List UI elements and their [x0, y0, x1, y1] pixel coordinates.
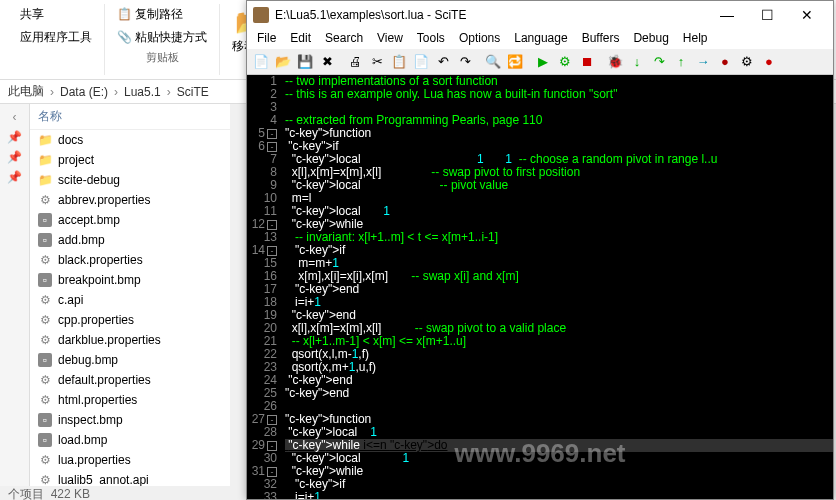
- copy-icon[interactable]: 📋: [389, 52, 409, 72]
- file-item[interactable]: ▫load.bmp: [30, 430, 230, 450]
- code-line[interactable]: "c-key">if f(x[i],t) "c-key">then: [285, 244, 833, 257]
- copy-path-button[interactable]: 📋 复制路径: [113, 4, 211, 25]
- nav-pin-icon[interactable]: 📌: [7, 150, 22, 164]
- stop-icon[interactable]: ⏹: [577, 52, 597, 72]
- nav-pin-icon[interactable]: 📌: [7, 130, 22, 144]
- code-editor[interactable]: 12345-6-789101112-1314-15161718192021222…: [247, 75, 833, 499]
- menu-search[interactable]: Search: [319, 29, 369, 49]
- code-line[interactable]: "c-key">if f(x[j],x[m]) "c-key">then m=j…: [285, 478, 833, 491]
- breadcrumb-lua[interactable]: Lua5.1: [124, 85, 161, 99]
- scite-app-icon: [253, 7, 269, 23]
- paste-shortcut-button[interactable]: 📎 粘贴快捷方式: [113, 27, 211, 48]
- menu-edit[interactable]: Edit: [284, 29, 317, 49]
- new-file-icon[interactable]: 📄: [251, 52, 271, 72]
- file-item[interactable]: 📁docs: [30, 130, 230, 150]
- code-line[interactable]: i=i+1: [285, 296, 833, 309]
- file-label: lua.properties: [58, 453, 131, 467]
- file-item[interactable]: ▫inspect.bmp: [30, 410, 230, 430]
- file-label: breakpoint.bmp: [58, 273, 141, 287]
- file-label: docs: [58, 133, 83, 147]
- menu-buffers[interactable]: Buffers: [576, 29, 626, 49]
- menu-options[interactable]: Options: [453, 29, 506, 49]
- code-line[interactable]: "c-key">end: [285, 374, 833, 387]
- minimize-button[interactable]: —: [707, 1, 747, 29]
- file-item[interactable]: ▫breakpoint.bmp: [30, 270, 230, 290]
- line-number: 33: [251, 491, 277, 499]
- ribbon-tab-tools[interactable]: 应用程序工具: [16, 27, 96, 48]
- file-item[interactable]: ⚙lualib5_annot.api: [30, 470, 230, 486]
- redo-icon[interactable]: ↷: [455, 52, 475, 72]
- open-file-icon[interactable]: 📂: [273, 52, 293, 72]
- file-label: darkblue.properties: [58, 333, 161, 347]
- code-line[interactable]: "c-key">end: [285, 387, 833, 400]
- file-label: scite-debug: [58, 173, 120, 187]
- code-line[interactable]: -- this is an example only. Lua has now …: [285, 88, 833, 101]
- build-icon[interactable]: ⚙: [555, 52, 575, 72]
- file-label: project: [58, 153, 94, 167]
- undo-icon[interactable]: ↶: [433, 52, 453, 72]
- cut-icon[interactable]: ✂: [367, 52, 387, 72]
- code-line[interactable]: "c-key">local t=x[l] -- pivot value: [285, 179, 833, 192]
- file-label: cpp.properties: [58, 313, 134, 327]
- file-label: c.api: [58, 293, 83, 307]
- gear-icon[interactable]: ⚙: [737, 52, 757, 72]
- close-doc-icon[interactable]: ✖: [317, 52, 337, 72]
- file-item[interactable]: ⚙cpp.properties: [30, 310, 230, 330]
- step-icon[interactable]: ↓: [627, 52, 647, 72]
- code-line[interactable]: "c-key">end: [285, 283, 833, 296]
- file-label: html.properties: [58, 393, 137, 407]
- bug-icon[interactable]: 🐞: [605, 52, 625, 72]
- close-button[interactable]: ✕: [787, 1, 827, 29]
- menu-file[interactable]: File: [251, 29, 282, 49]
- breakpoint-icon[interactable]: ●: [715, 52, 735, 72]
- window-title: E:\Lua5.1\examples\sort.lua - SciTE: [275, 8, 707, 22]
- file-item[interactable]: 📁project: [30, 150, 230, 170]
- file-label: abbrev.properties: [58, 193, 151, 207]
- print-icon[interactable]: 🖨: [345, 52, 365, 72]
- file-item[interactable]: ▫accept.bmp: [30, 210, 230, 230]
- file-item[interactable]: ▫debug.bmp: [30, 350, 230, 370]
- file-item[interactable]: 📁scite-debug: [30, 170, 230, 190]
- save-icon[interactable]: 💾: [295, 52, 315, 72]
- file-item[interactable]: ⚙black.properties: [30, 250, 230, 270]
- nav-pin-icon[interactable]: 📌: [7, 170, 22, 184]
- paste-icon[interactable]: 📄: [411, 52, 431, 72]
- file-list[interactable]: 名称 📁docs📁project📁scite-debug⚙abbrev.prop…: [30, 104, 230, 486]
- step-out-icon[interactable]: ↑: [671, 52, 691, 72]
- breadcrumb-drive[interactable]: Data (E:): [60, 85, 108, 99]
- maximize-button[interactable]: ☐: [747, 1, 787, 29]
- file-item[interactable]: ⚙html.properties: [30, 390, 230, 410]
- scite-window: E:\Lua5.1\examples\sort.lua - SciTE — ☐ …: [246, 0, 834, 500]
- file-item[interactable]: ⚙lua.properties: [30, 450, 230, 470]
- file-label: black.properties: [58, 253, 143, 267]
- menu-debug[interactable]: Debug: [627, 29, 674, 49]
- file-item[interactable]: ▫add.bmp: [30, 230, 230, 250]
- find-icon[interactable]: 🔍: [483, 52, 503, 72]
- run-icon[interactable]: ▶: [533, 52, 553, 72]
- file-label: default.properties: [58, 373, 151, 387]
- nav-back-icon[interactable]: ‹: [13, 110, 17, 124]
- record-icon[interactable]: ●: [759, 52, 779, 72]
- file-label: lualib5_annot.api: [58, 473, 149, 486]
- menu-language[interactable]: Language: [508, 29, 573, 49]
- file-label: inspect.bmp: [58, 413, 123, 427]
- code-line[interactable]: x[m],x[i]=x[i],x[m] -- swap x[i] and x[m…: [285, 270, 833, 283]
- menu-view[interactable]: View: [371, 29, 409, 49]
- file-item[interactable]: ⚙default.properties: [30, 370, 230, 390]
- breadcrumb-pc[interactable]: 此电脑: [8, 83, 44, 100]
- file-item[interactable]: ⚙darkblue.properties: [30, 330, 230, 350]
- file-item[interactable]: ⚙abbrev.properties: [30, 190, 230, 210]
- file-label: debug.bmp: [58, 353, 118, 367]
- menu-help[interactable]: Help: [677, 29, 714, 49]
- step-over-icon[interactable]: ↷: [649, 52, 669, 72]
- column-header-name[interactable]: 名称: [30, 104, 230, 130]
- code-line[interactable]: j=j+1: [285, 491, 833, 499]
- file-label: add.bmp: [58, 233, 105, 247]
- breadcrumb-scite[interactable]: SciTE: [177, 85, 209, 99]
- debug-arrow-icon[interactable]: →: [693, 52, 713, 72]
- replace-icon[interactable]: 🔁: [505, 52, 525, 72]
- file-item[interactable]: ⚙c.api: [30, 290, 230, 310]
- ribbon-tab-share[interactable]: 共享: [16, 4, 96, 25]
- menu-tools[interactable]: Tools: [411, 29, 451, 49]
- code-line[interactable]: qsort(x,m+1,u,f): [285, 361, 833, 374]
